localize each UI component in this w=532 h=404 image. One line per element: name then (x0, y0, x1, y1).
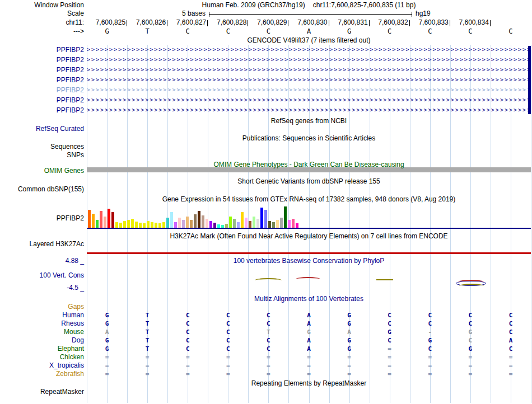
gtex-bar[interactable] (256, 219, 259, 228)
ruler-position[interactable]: 7,600,830 (288, 18, 327, 27)
gtex-bar[interactable] (115, 222, 118, 228)
transcript-row[interactable]: PPFIBP2>>>>>>>>>>>>>>>>>>>>>>>>>>>>>>>>>… (0, 85, 532, 95)
species-label-x_tropicalis[interactable]: X_tropicalis (0, 361, 84, 370)
dbsnp-label[interactable]: Common dbSNP(155) (0, 185, 84, 193)
gtex-bar[interactable] (166, 218, 169, 228)
gtex-bar[interactable] (139, 223, 142, 228)
omim-genes-label[interactable]: OMIM Genes (0, 167, 84, 175)
species-label-human[interactable]: Human (0, 311, 84, 320)
transcript-arrow-line[interactable]: >>>>>>>>>>>>>>>>>>>>>>>>>>>>>>>>>>>>>>>>… (87, 85, 529, 95)
transcript-row[interactable]: PPFIBP2>>>>>>>>>>>>>>>>>>>>>>>>>>>>>>>>>… (0, 95, 532, 105)
h3k27ac-signal-line[interactable] (87, 252, 531, 254)
species-label-chicken[interactable]: Chicken (0, 353, 84, 361)
ruler-position[interactable]: 7,600,826 (127, 18, 166, 27)
gtex-bar[interactable] (260, 208, 263, 228)
species-label-elephant[interactable]: Elephant (0, 345, 84, 353)
gtex-bar[interactable] (162, 222, 165, 228)
ruler-position[interactable]: 7,600,832 (370, 18, 408, 27)
gtex-bar[interactable] (237, 222, 240, 228)
gtex-bar[interactable] (111, 212, 114, 228)
ruler-position[interactable]: 7,600,827 (167, 18, 206, 27)
gaps-label[interactable]: Gaps (0, 303, 84, 311)
gtex-bar[interactable] (158, 223, 161, 228)
gtex-bar[interactable] (272, 222, 275, 228)
ruler-position[interactable]: 7,600,829 (248, 18, 287, 27)
gtex-bar[interactable] (100, 211, 102, 228)
gtex-bar[interactable] (147, 221, 150, 228)
gtex-bar[interactable] (245, 218, 248, 228)
ruler-position[interactable]: 7,600,828 (208, 18, 246, 27)
gtex-bar[interactable] (186, 217, 189, 228)
species-label-mouse[interactable]: Mouse (0, 328, 84, 336)
transcript-arrow-line[interactable]: >>>>>>>>>>>>>>>>>>>>>>>>>>>>>>>>>>>>>>>>… (87, 45, 529, 55)
gtex-bar[interactable] (104, 217, 106, 228)
gtex-bar[interactable] (178, 218, 181, 228)
gtex-bar[interactable] (296, 223, 298, 228)
gtex-bar[interactable] (276, 220, 279, 228)
gtex-bar[interactable] (198, 211, 200, 228)
phylop-track-label[interactable]: 100 Vert. Cons (0, 271, 84, 279)
transcript-arrow-line[interactable]: >>>>>>>>>>>>>>>>>>>>>>>>>>>>>>>>>>>>>>>>… (87, 65, 529, 75)
gtex-bar[interactable] (280, 218, 283, 228)
gtex-bar[interactable] (225, 224, 228, 228)
snps-label[interactable]: SNPs (0, 151, 84, 159)
gtex-bar[interactable] (213, 223, 216, 228)
gtex-bar[interactable] (96, 220, 99, 228)
transcript-right-edge-exon[interactable] (528, 46, 531, 114)
transcript-label[interactable]: PPFIBP2 (0, 75, 84, 85)
h3k27ac-label[interactable]: Layered H3K27Ac (0, 240, 84, 248)
transcript-label[interactable]: PPFIBP2 (0, 55, 84, 65)
gtex-bar[interactable] (253, 217, 255, 228)
transcript-row[interactable]: PPFIBP2>>>>>>>>>>>>>>>>>>>>>>>>>>>>>>>>>… (0, 75, 532, 85)
gtex-bar[interactable] (229, 217, 232, 228)
gencode-transcripts[interactable]: PPFIBP2>>>>>>>>>>>>>>>>>>>>>>>>>>>>>>>>>… (0, 45, 532, 115)
gtex-bar[interactable] (190, 220, 193, 228)
gtex-bar[interactable] (155, 223, 157, 228)
gtex-bar[interactable] (143, 223, 146, 228)
gtex-bar[interactable] (182, 220, 185, 228)
gtex-bar[interactable] (92, 214, 95, 228)
gtex-bar[interactable] (108, 209, 110, 228)
gtex-expression-bars[interactable] (87, 204, 531, 228)
transcript-row[interactable]: PPFIBP2>>>>>>>>>>>>>>>>>>>>>>>>>>>>>>>>>… (0, 105, 532, 115)
species-label-rhesus[interactable]: Rhesus (0, 320, 84, 328)
transcript-row[interactable]: PPFIBP2>>>>>>>>>>>>>>>>>>>>>>>>>>>>>>>>>… (0, 55, 532, 65)
transcript-arrow-line[interactable]: >>>>>>>>>>>>>>>>>>>>>>>>>>>>>>>>>>>>>>>>… (87, 95, 529, 105)
gtex-bar[interactable] (119, 223, 122, 228)
gtex-bar[interactable] (206, 219, 208, 228)
ruler-position[interactable]: 7,600,825 (87, 18, 125, 27)
gtex-bar[interactable] (292, 219, 295, 228)
ruler-position[interactable]: 7,600,834 (450, 18, 489, 27)
transcript-label[interactable]: PPFIBP2 (0, 65, 84, 75)
transcript-arrow-line[interactable]: >>>>>>>>>>>>>>>>>>>>>>>>>>>>>>>>>>>>>>>>… (87, 55, 529, 65)
gtex-bar[interactable] (88, 210, 91, 228)
repeatmasker-label[interactable]: RepeatMasker (0, 388, 84, 396)
gtex-bar[interactable] (209, 221, 212, 228)
gtex-bar[interactable] (288, 220, 291, 228)
transcript-row[interactable]: PPFIBP2>>>>>>>>>>>>>>>>>>>>>>>>>>>>>>>>>… (0, 45, 532, 55)
gtex-bar[interactable] (131, 219, 134, 228)
ruler-position[interactable]: 7,600,833 (410, 18, 449, 27)
gtex-bar[interactable] (194, 214, 197, 228)
transcript-label[interactable]: PPFIBP2 (0, 95, 84, 105)
gtex-bar[interactable] (284, 206, 287, 228)
gtex-bar[interactable] (123, 221, 126, 228)
transcript-label[interactable]: PPFIBP2 (0, 85, 84, 95)
gtex-gene-label[interactable]: PPFIBP2 (0, 214, 84, 222)
gtex-bar[interactable] (264, 210, 267, 228)
gtex-bar[interactable] (233, 219, 236, 228)
ruler-position[interactable]: 7,600,831 (329, 18, 368, 27)
gtex-bar[interactable] (174, 222, 177, 228)
transcript-row[interactable]: PPFIBP2>>>>>>>>>>>>>>>>>>>>>>>>>>>>>>>>>… (0, 65, 532, 75)
gtex-bar[interactable] (268, 221, 271, 228)
transcript-arrow-line[interactable]: >>>>>>>>>>>>>>>>>>>>>>>>>>>>>>>>>>>>>>>>… (87, 105, 529, 115)
transcript-arrow-line[interactable]: >>>>>>>>>>>>>>>>>>>>>>>>>>>>>>>>>>>>>>>>… (87, 75, 529, 85)
strand-arrow-label[interactable]: ---> (0, 27, 84, 35)
transcript-label[interactable]: PPFIBP2 (0, 45, 84, 55)
gtex-bar[interactable] (127, 220, 130, 228)
gtex-bar[interactable] (135, 222, 138, 228)
transcript-label[interactable]: PPFIBP2 (0, 105, 84, 115)
gtex-bar[interactable] (170, 212, 173, 228)
refseq-curated-label[interactable]: RefSeq Curated (0, 125, 84, 133)
species-label-dog[interactable]: Dog (0, 336, 84, 345)
